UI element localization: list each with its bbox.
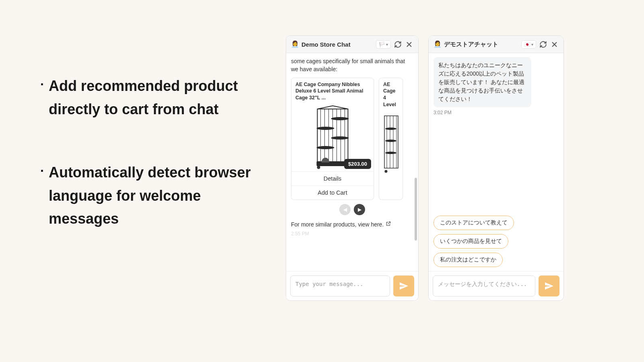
details-button[interactable]: Details xyxy=(291,171,374,185)
quick-reply-button[interactable]: いくつかの商品を見せて xyxy=(433,234,508,249)
carousel-nav: ◀ ▶ xyxy=(291,204,413,215)
language-selector[interactable]: 🏳️ ▾ xyxy=(376,40,391,49)
chat-input-row xyxy=(286,271,418,300)
bullet-dot-icon: · xyxy=(40,161,44,180)
close-button[interactable] xyxy=(550,40,559,49)
chat-body: 私たちはあなたのユニークなニーズに応える2000以上のペット製品を販売しています… xyxy=(429,53,564,271)
refresh-button[interactable] xyxy=(393,40,402,49)
refresh-button[interactable] xyxy=(539,40,547,49)
product-image: $203.00 xyxy=(291,103,374,171)
footer-text: For more similar products, view here. xyxy=(291,221,384,228)
product-carousel: AE Cage Company Nibbles Deluxe 6 Level S… xyxy=(291,78,413,200)
chevron-down-icon: ▾ xyxy=(531,42,533,47)
message-input[interactable] xyxy=(433,276,535,296)
chat-title: 👩‍💼 Demo Store Chat xyxy=(291,41,374,48)
quick-reply-button[interactable]: このストアについて教えて xyxy=(433,216,514,230)
svg-point-21 xyxy=(385,140,396,142)
svg-rect-12 xyxy=(316,161,349,166)
close-button[interactable] xyxy=(405,40,413,49)
product-title: AE Cage Company Nibbles Deluxe 6 Level S… xyxy=(291,78,374,103)
chat-window-ja: 👩‍💼 デモストアチャット 🇯🇵 ▾ 私たちはあなたのユニークなニーズに応える2… xyxy=(428,35,564,301)
carousel-prev-button[interactable]: ◀ xyxy=(339,204,351,215)
svg-point-10 xyxy=(331,136,349,140)
svg-point-23 xyxy=(385,170,388,173)
timestamp-partial: 2:55 PM xyxy=(291,231,413,237)
timestamp: 3:02 PM xyxy=(433,110,559,115)
svg-point-8 xyxy=(331,117,349,120)
chat-title: 👩‍💼 デモストアチャット xyxy=(433,41,519,48)
cage-icon xyxy=(383,112,399,176)
footer-message: For more similar products, view here. xyxy=(291,221,413,228)
price-tag: $203.00 xyxy=(344,159,371,169)
bullet-text: Automatically detect browser language fo… xyxy=(49,161,266,230)
product-card: AE Cage Company Nibbles Deluxe 6 Level S… xyxy=(291,78,374,200)
language-selector[interactable]: 🇯🇵 ▾ xyxy=(521,40,536,49)
send-button[interactable] xyxy=(539,276,559,296)
product-title: AE Cage 4 Level xyxy=(379,78,402,110)
flag-icon: 🏳️ xyxy=(379,41,385,47)
carousel-next-button[interactable]: ▶ xyxy=(354,204,365,215)
chat-header: 👩‍💼 Demo Store Chat 🏳️ ▾ xyxy=(286,36,418,53)
svg-point-20 xyxy=(385,128,396,130)
assistant-message: some cages specifically for small animal… xyxy=(291,57,413,74)
svg-point-11 xyxy=(316,146,334,149)
bullet-item: · Automatically detect browser language … xyxy=(40,161,266,230)
assistant-avatar-icon: 👩‍💼 xyxy=(291,41,299,47)
assistant-message-bubble: 私たちはあなたのユニークなニーズに応える2000以上のペット製品を販売しています… xyxy=(433,57,531,107)
quick-reply-button[interactable]: 私の注文はどこですか xyxy=(433,253,503,267)
bullet-dot-icon: · xyxy=(40,74,44,94)
svg-point-9 xyxy=(316,127,334,130)
send-button[interactable] xyxy=(393,276,414,296)
svg-point-13 xyxy=(317,166,320,169)
assistant-avatar-icon: 👩‍💼 xyxy=(433,41,442,47)
external-link-icon[interactable] xyxy=(386,221,391,228)
add-to-cart-button[interactable]: Add to Cart xyxy=(291,185,374,200)
bullet-text: Add recommended product directly to cart… xyxy=(49,74,266,121)
flag-icon: 🇯🇵 xyxy=(524,41,530,47)
chat-title-text: デモストアチャット xyxy=(444,41,498,48)
chat-header: 👩‍💼 デモストアチャット 🇯🇵 ▾ xyxy=(429,36,564,53)
message-input[interactable] xyxy=(290,276,390,296)
chat-body: some cages specifically for small animal… xyxy=(286,53,418,271)
chat-window-en: 👩‍💼 Demo Store Chat 🏳️ ▾ some cages spec… xyxy=(286,35,419,301)
svg-point-22 xyxy=(385,152,396,154)
chevron-down-icon: ▾ xyxy=(386,42,388,47)
scrollbar-thumb[interactable] xyxy=(415,178,417,241)
product-image xyxy=(379,110,402,178)
quick-replies: このストアについて教えて いくつかの商品を見せて 私の注文はどこですか xyxy=(433,216,514,267)
feature-bullets: · Add recommended product directly to ca… xyxy=(40,74,266,271)
product-card-partial: AE Cage 4 Level xyxy=(379,78,403,200)
bullet-item: · Add recommended product directly to ca… xyxy=(40,74,266,121)
svg-rect-15 xyxy=(384,116,398,168)
chat-input-row xyxy=(429,271,564,300)
chat-title-text: Demo Store Chat xyxy=(301,41,351,48)
